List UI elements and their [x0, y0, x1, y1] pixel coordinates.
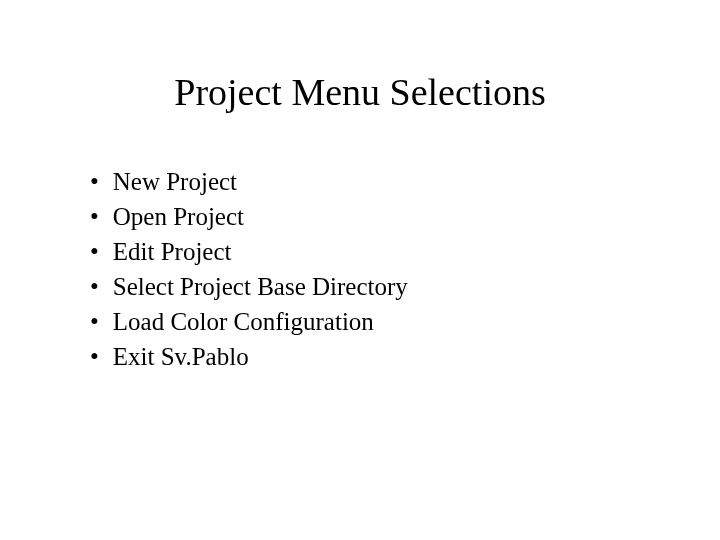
bullet-text: Select Project Base Directory [113, 269, 660, 304]
list-item: • New Project [90, 164, 660, 199]
list-item: • Load Color Configuration [90, 304, 660, 339]
list-item: • Exit Sv.Pablo [90, 339, 660, 374]
slide-title: Project Menu Selections [60, 70, 660, 114]
bullet-text: Edit Project [113, 234, 660, 269]
bullet-text: Open Project [113, 199, 660, 234]
bullet-icon: • [90, 164, 99, 199]
list-item: • Edit Project [90, 234, 660, 269]
bullet-icon: • [90, 304, 99, 339]
bullet-icon: • [90, 234, 99, 269]
list-item: • Open Project [90, 199, 660, 234]
bullet-icon: • [90, 269, 99, 304]
bullet-icon: • [90, 339, 99, 374]
bullet-text: New Project [113, 164, 660, 199]
list-item: • Select Project Base Directory [90, 269, 660, 304]
bullet-icon: • [90, 199, 99, 234]
bullet-text: Exit Sv.Pablo [113, 339, 660, 374]
bullet-text: Load Color Configuration [113, 304, 660, 339]
bullet-list: • New Project • Open Project • Edit Proj… [60, 164, 660, 374]
